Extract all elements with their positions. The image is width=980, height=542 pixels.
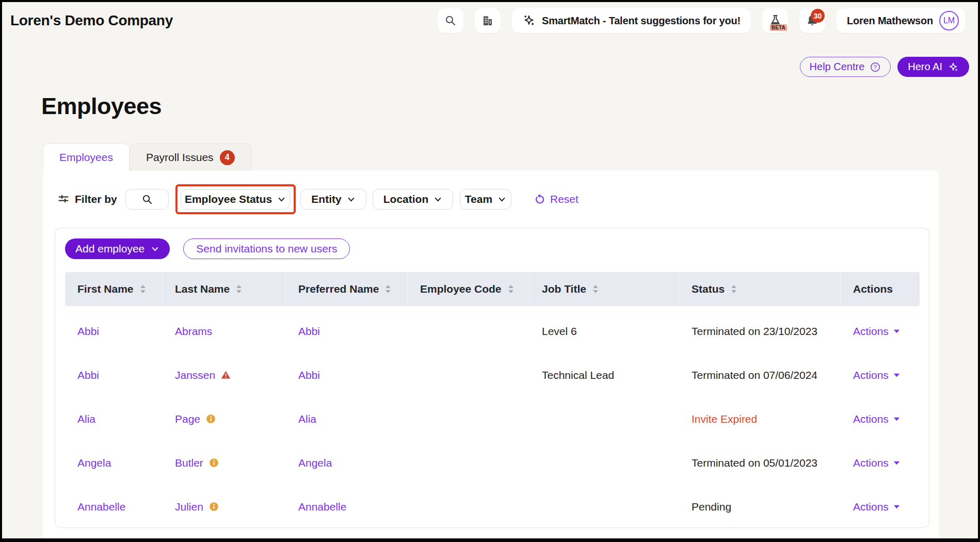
last-name-cell: Abrams bbox=[163, 325, 286, 338]
caret-down-icon bbox=[893, 417, 900, 422]
preferred-name-cell: Annabelle bbox=[286, 501, 408, 513]
filter-dropdown-label: Entity bbox=[311, 193, 341, 205]
tab-payroll-issues[interactable]: Payroll Issues 4 bbox=[130, 144, 251, 171]
last-name-cell: Janssen bbox=[163, 369, 286, 381]
preferred-name-link[interactable]: Angela bbox=[298, 457, 332, 469]
last-name-link[interactable]: Julien bbox=[175, 501, 203, 513]
status-text: Terminated on 23/10/2023 bbox=[692, 325, 817, 338]
column-header-first-name[interactable]: First Name bbox=[65, 272, 163, 306]
caret-down-icon bbox=[893, 460, 900, 466]
info-icon[interactable] bbox=[205, 413, 216, 424]
info-icon[interactable] bbox=[208, 501, 219, 512]
send-invitations-button[interactable]: Send invitations to new users bbox=[183, 238, 350, 259]
actions-menu-button[interactable]: Actions bbox=[853, 369, 900, 381]
company-name: Loren's Demo Company bbox=[10, 12, 173, 29]
send-invitations-label: Send invitations to new users bbox=[196, 243, 337, 255]
reset-filters-button[interactable]: Reset bbox=[534, 189, 579, 210]
last-name-link[interactable]: Page bbox=[175, 413, 200, 425]
user-name: Loren Mathewson bbox=[847, 15, 933, 27]
filter-dropdown-entity[interactable]: Entity bbox=[300, 189, 366, 210]
building-icon bbox=[481, 14, 494, 27]
actions-menu-button[interactable]: Actions bbox=[853, 457, 900, 469]
user-menu-button[interactable]: Loren Mathewson LM bbox=[837, 8, 965, 33]
actions-menu-button[interactable]: Actions bbox=[853, 325, 900, 338]
beta-labs-button[interactable]: BETA bbox=[762, 8, 788, 33]
actions-menu-button[interactable]: Actions bbox=[853, 413, 900, 425]
preferred-name-cell: Alia bbox=[286, 413, 408, 425]
column-header-status[interactable]: Status bbox=[679, 272, 841, 306]
smartmatch-banner-button[interactable]: SmartMatch - Talent suggestions for you! bbox=[512, 8, 751, 33]
first-name-link[interactable]: Abbi bbox=[77, 369, 99, 381]
preferred-name-link[interactable]: Alia bbox=[298, 413, 316, 425]
table-row: AngelaButlerAngelaTerminated on 05/01/20… bbox=[65, 441, 920, 485]
column-header-job-title[interactable]: Job Title bbox=[529, 272, 679, 306]
quick-actions-row: Help Centre ? Hero AI bbox=[800, 57, 969, 77]
first-name-link[interactable]: Annabelle bbox=[77, 501, 125, 513]
preferred-name-cell: Abbi bbox=[286, 369, 408, 381]
info-icon[interactable] bbox=[208, 457, 219, 468]
chevron-down-icon bbox=[347, 195, 356, 204]
sort-icon[interactable] bbox=[508, 284, 514, 294]
last-name-link[interactable]: Abrams bbox=[175, 325, 212, 338]
help-centre-label: Help Centre bbox=[810, 61, 865, 73]
preferred-name-link[interactable]: Annabelle bbox=[298, 501, 346, 513]
status-cell: Terminated on 05/01/2023 bbox=[679, 457, 841, 469]
sort-icon[interactable] bbox=[236, 284, 242, 294]
last-name-link[interactable]: Butler bbox=[175, 457, 203, 469]
caret-down-icon bbox=[893, 373, 900, 378]
sort-icon[interactable] bbox=[140, 284, 146, 294]
status-text: Invite Expired bbox=[692, 413, 757, 425]
sort-icon[interactable] bbox=[731, 284, 737, 294]
sort-icon[interactable] bbox=[592, 284, 599, 294]
tab-payroll-issues-label: Payroll Issues bbox=[146, 151, 214, 164]
filter-search-button[interactable] bbox=[125, 189, 169, 210]
chevron-down-icon bbox=[277, 195, 286, 204]
first-name-link[interactable]: Abbi bbox=[77, 325, 99, 338]
actions-menu-button[interactable]: Actions bbox=[853, 501, 900, 513]
first-name-link[interactable]: Angela bbox=[77, 457, 111, 469]
employees-panel: Filter by Employee StatusEntityLocationT… bbox=[43, 170, 939, 538]
search-button[interactable] bbox=[438, 8, 463, 33]
status-cell: Terminated on 23/10/2023 bbox=[679, 325, 841, 338]
actions-label: Actions bbox=[853, 501, 889, 513]
help-centre-button[interactable]: Help Centre ? bbox=[800, 57, 891, 77]
filter-dropdown-label: Location bbox=[383, 193, 429, 205]
filter-dropdown-team[interactable]: Team bbox=[460, 189, 511, 210]
chevron-down-icon bbox=[497, 195, 506, 204]
column-label: Last Name bbox=[175, 283, 230, 295]
table-row: AbbiJanssenAbbiTechnical LeadTerminated … bbox=[65, 353, 920, 397]
actions-cell: Actions bbox=[841, 325, 920, 338]
filter-sliders-icon bbox=[57, 193, 70, 205]
filter-dropdown-employee-status[interactable]: Employee Status bbox=[181, 189, 290, 210]
first-name-link[interactable]: Alia bbox=[77, 413, 95, 425]
column-label: Actions bbox=[853, 283, 893, 295]
avatar: LM bbox=[939, 11, 959, 30]
last-name-link[interactable]: Janssen bbox=[175, 369, 215, 381]
column-header-actions: Actions bbox=[841, 272, 920, 306]
column-header-preferred-name[interactable]: Preferred Name bbox=[286, 272, 408, 306]
filter-dropdown-label: Team bbox=[465, 193, 492, 205]
preferred-name-cell: Angela bbox=[286, 457, 408, 469]
tab-employees-label: Employees bbox=[59, 151, 113, 164]
question-circle-icon: ? bbox=[870, 61, 881, 73]
column-header-employee-code[interactable]: Employee Code bbox=[408, 272, 529, 306]
search-icon bbox=[444, 14, 457, 27]
organisation-switcher-button[interactable] bbox=[475, 8, 501, 33]
hero-ai-button[interactable]: Hero AI bbox=[897, 57, 969, 77]
warning-icon[interactable] bbox=[220, 370, 231, 380]
topbar-actions: SmartMatch - Talent suggestions for you!… bbox=[438, 8, 965, 33]
first-name-cell: Alia bbox=[65, 413, 163, 425]
tab-employees[interactable]: Employees bbox=[43, 144, 130, 171]
payroll-issues-count-badge: 4 bbox=[220, 150, 235, 165]
sparkle-icon bbox=[522, 14, 536, 27]
page-title: Employees bbox=[41, 93, 162, 120]
preferred-name-link[interactable]: Abbi bbox=[298, 325, 320, 338]
notifications-button[interactable]: 30 bbox=[799, 8, 825, 33]
sort-icon[interactable] bbox=[385, 284, 391, 294]
filter-dropdown-location[interactable]: Location bbox=[373, 189, 453, 210]
add-employee-button[interactable]: Add employee bbox=[65, 238, 170, 259]
status-cell: Invite Expired bbox=[679, 413, 841, 425]
notification-count-badge: 30 bbox=[811, 9, 825, 23]
preferred-name-link[interactable]: Abbi bbox=[298, 369, 320, 381]
column-header-last-name[interactable]: Last Name bbox=[163, 272, 286, 306]
